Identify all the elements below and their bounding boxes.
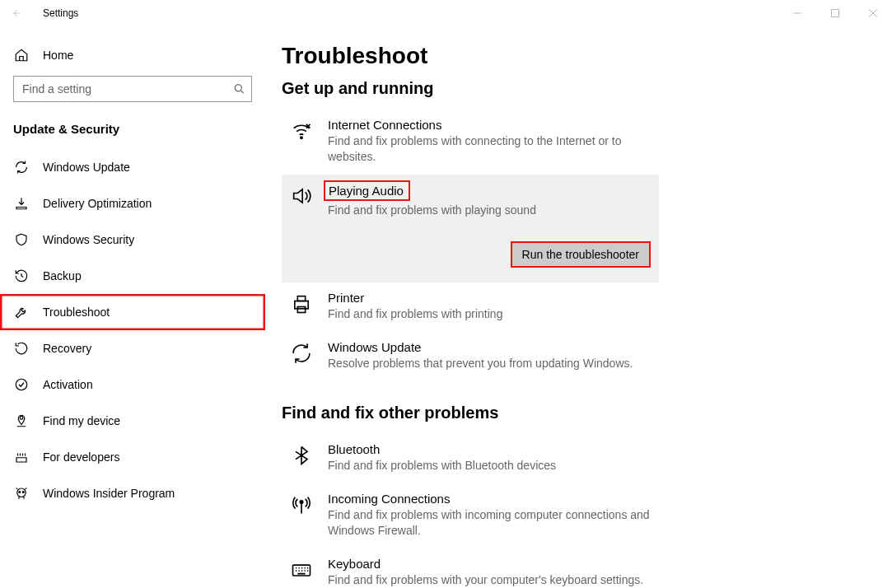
svg-point-15	[300, 501, 303, 504]
troubleshooter-title: Bluetooth	[328, 442, 651, 456]
window-controls	[778, 0, 892, 26]
printer-icon	[290, 291, 313, 322]
sidebar-item-for-developers[interactable]: For developers	[0, 439, 265, 475]
shield-icon	[13, 232, 30, 247]
home-icon	[13, 48, 30, 63]
sidebar-item-label: Windows Update	[43, 161, 130, 174]
keyboard-icon	[290, 557, 313, 588]
page-title: Troubleshoot	[282, 43, 879, 69]
sidebar-item-label: Windows Security	[43, 233, 134, 246]
sidebar-item-windows-update[interactable]: Windows Update	[0, 149, 265, 185]
home-label: Home	[43, 49, 73, 62]
sidebar-category-heading: Update & Security	[0, 114, 265, 149]
svg-rect-12	[295, 301, 308, 308]
wrench-icon	[13, 305, 30, 320]
troubleshooter-list-1: Internet Connections Find and fix proble…	[282, 110, 659, 380]
svg-rect-14	[297, 306, 305, 312]
sidebar-item-activation[interactable]: Activation	[0, 366, 265, 403]
speaker-icon	[290, 183, 313, 268]
troubleshooter-desc: Find and fix problems with printing	[328, 306, 651, 322]
section-title-1: Get up and running	[282, 79, 879, 98]
troubleshooter-bluetooth[interactable]: Bluetooth Find and fix problems with Blu…	[282, 434, 659, 483]
check-circle-icon	[13, 377, 30, 392]
recovery-icon	[13, 341, 30, 356]
sidebar-item-label: For developers	[43, 450, 119, 464]
troubleshooter-list-2: Bluetooth Find and fix problems with Blu…	[282, 434, 659, 588]
troubleshooter-title: Windows Update	[328, 340, 651, 354]
insider-icon	[13, 486, 30, 501]
sync-icon	[290, 340, 313, 371]
svg-rect-1	[832, 10, 839, 17]
developers-icon	[13, 450, 30, 464]
sidebar: Home Update & Security Windows Update De…	[0, 26, 265, 588]
close-button[interactable]	[854, 0, 892, 26]
sidebar-item-delivery-optimization[interactable]: Delivery Optimization	[0, 185, 265, 222]
minimize-button[interactable]	[778, 0, 816, 26]
troubleshooter-desc: Find and fix problems with playing sound	[328, 203, 651, 218]
sidebar-item-find-my-device[interactable]: Find my device	[0, 403, 265, 439]
troubleshooter-internet-connections[interactable]: Internet Connections Find and fix proble…	[282, 110, 659, 175]
sidebar-item-label: Troubleshoot	[43, 306, 110, 319]
sidebar-item-label: Backup	[43, 269, 82, 282]
troubleshooter-printer[interactable]: Printer Find and fix problems with print…	[282, 282, 659, 332]
sidebar-item-recovery[interactable]: Recovery	[0, 330, 265, 366]
sidebar-item-label: Windows Insider Program	[43, 487, 175, 500]
download-icon	[13, 196, 30, 211]
bluetooth-icon	[290, 442, 313, 474]
sidebar-item-windows-security[interactable]: Windows Security	[0, 222, 265, 258]
svg-point-6	[16, 379, 27, 390]
troubleshooter-desc: Find and fix problems with your computer…	[328, 572, 651, 588]
wifi-icon	[290, 118, 313, 165]
search-icon	[233, 83, 245, 96]
antenna-icon	[290, 492, 313, 539]
troubleshooter-title: Playing Audio	[324, 180, 410, 201]
search-input[interactable]	[13, 76, 252, 102]
sidebar-item-label: Activation	[43, 378, 93, 391]
svg-point-9	[19, 492, 21, 493]
location-icon	[13, 413, 30, 428]
main-panel: Troubleshoot Get up and running Internet…	[265, 26, 892, 588]
svg-rect-13	[297, 296, 305, 301]
svg-point-7	[20, 416, 23, 419]
troubleshooter-playing-audio[interactable]: Playing Audio Find and fix problems with…	[282, 175, 659, 282]
sidebar-item-troubleshoot[interactable]: Troubleshoot	[0, 294, 265, 330]
troubleshooter-title: Keyboard	[328, 557, 651, 571]
titlebar: Settings	[0, 0, 892, 26]
sidebar-item-home[interactable]: Home	[0, 41, 265, 71]
search-input-wrap	[13, 76, 252, 102]
troubleshooter-windows-update[interactable]: Windows Update Resolve problems that pre…	[282, 332, 659, 381]
svg-line-5	[241, 91, 243, 93]
troubleshooter-keyboard[interactable]: Keyboard Find and fix problems with your…	[282, 548, 659, 588]
troubleshooter-title: Incoming Connections	[328, 492, 651, 506]
sync-icon	[13, 160, 30, 175]
run-troubleshooter-button[interactable]: Run the troubleshooter	[511, 241, 651, 268]
svg-point-4	[235, 85, 241, 91]
sidebar-item-label: Find my device	[43, 414, 120, 427]
troubleshooter-title: Printer	[328, 291, 651, 305]
svg-point-8	[17, 488, 26, 497]
troubleshooter-desc: Find and fix problems with Bluetooth dev…	[328, 458, 651, 474]
troubleshooter-desc: Find and fix problems with connecting to…	[328, 133, 651, 165]
sidebar-item-insider-program[interactable]: Windows Insider Program	[0, 475, 265, 511]
troubleshooter-desc: Resolve problems that prevent you from u…	[328, 356, 651, 371]
history-icon	[13, 268, 30, 283]
sidebar-item-label: Delivery Optimization	[43, 197, 152, 210]
sidebar-item-label: Recovery	[43, 342, 91, 355]
sidebar-item-backup[interactable]: Backup	[0, 258, 265, 294]
section-title-2: Find and fix other problems	[282, 404, 879, 422]
maximize-button[interactable]	[816, 0, 854, 26]
troubleshooter-desc: Find and fix problems with incoming comp…	[328, 507, 651, 539]
back-icon[interactable]	[12, 7, 31, 19]
svg-point-10	[22, 492, 24, 493]
svg-point-11	[301, 137, 302, 138]
troubleshooter-title: Internet Connections	[328, 118, 651, 132]
window-title: Settings	[31, 7, 78, 19]
troubleshooter-incoming-connections[interactable]: Incoming Connections Find and fix proble…	[282, 483, 659, 548]
